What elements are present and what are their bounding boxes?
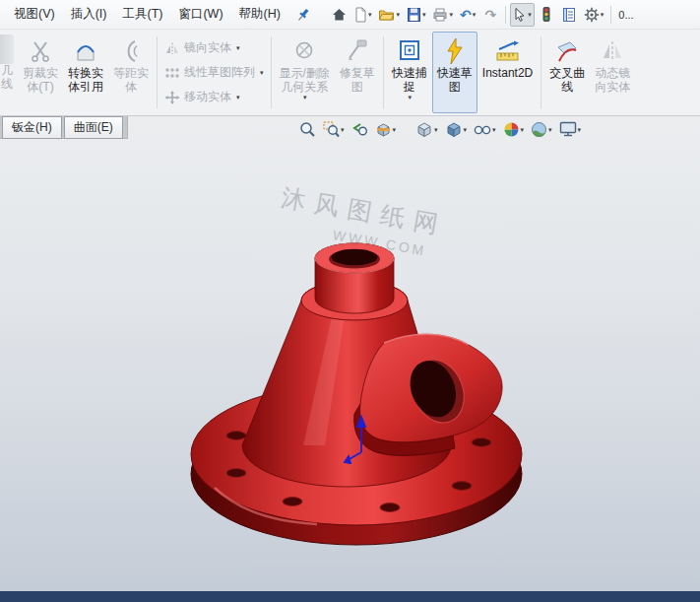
menu-window[interactable]: 窗口(W)	[170, 2, 230, 27]
menu-help[interactable]: 帮助(H)	[231, 2, 288, 27]
intersection-curve-button[interactable]: 交叉曲 线	[544, 32, 590, 113]
dropdown-caret-icon: ▾	[368, 11, 372, 18]
lightning-icon	[443, 35, 467, 67]
dropdown-caret-icon: ▾	[303, 94, 307, 100]
status-bar	[0, 591, 700, 602]
mirror-entities-icon	[164, 41, 180, 55]
menu-tools[interactable]: 工具(T)	[114, 2, 170, 27]
home-icon[interactable]	[328, 3, 350, 27]
linear-pattern-icon	[164, 66, 180, 80]
intersection-curve-icon	[555, 35, 579, 67]
model-3d[interactable]	[0, 116, 700, 591]
dropdown-caret-icon: ▾	[473, 11, 477, 18]
dynamic-mirror-icon	[601, 35, 624, 67]
new-document-icon[interactable]: ▾	[351, 3, 375, 27]
traffic-light-icon[interactable]	[536, 3, 557, 27]
repair-sketch-button[interactable]: 修复草 图	[335, 32, 380, 113]
pin-icon[interactable]	[292, 4, 314, 26]
dropdown-caret-icon: ▾	[409, 94, 413, 100]
offset-entities-icon	[120, 35, 142, 67]
dropdown-caret-icon: ▾	[260, 69, 264, 76]
display-delete-relations-button[interactable]: 显示/删除 几何关系 ▾	[275, 32, 335, 113]
menu-bar: 视图(V) 插入(I) 工具(T) 窗口(W) 帮助(H) ▾ ▾ ▾ ▾ ↶ …	[0, 0, 700, 30]
report-icon[interactable]	[558, 3, 580, 27]
clipped-icon	[0, 34, 14, 64]
sketch-pattern-group: 镜向实体 ▾ 线性草图阵列 ▾ 移动实体 ▾	[160, 32, 268, 113]
convert-entities-button[interactable]: 转换实 体引用	[63, 32, 108, 113]
gear-icon[interactable]: ▾	[581, 3, 607, 27]
relations-icon	[292, 35, 316, 67]
ribbon-separator	[383, 36, 384, 108]
move-entities-icon	[164, 91, 180, 104]
undo-icon[interactable]: ↶ ▾	[457, 3, 478, 27]
quick-snaps-icon	[398, 35, 421, 67]
open-icon[interactable]: ▾	[375, 3, 403, 27]
toolbar-overflow[interactable]: 0...	[615, 9, 636, 21]
rapid-sketch-button[interactable]: 快速草 图	[432, 32, 477, 113]
redo-icon[interactable]: ↷	[479, 3, 501, 27]
dropdown-caret-icon: ▾	[528, 11, 532, 18]
dropdown-caret-icon: ▾	[449, 11, 453, 18]
clipped-ribbon-button[interactable]: 几 线	[0, 32, 18, 113]
ribbon-toolbar: 几 线 剪裁实 体(T) 转换实 体引用 等距实 体 镜向实体 ▾ 线性草图阵列	[0, 30, 700, 116]
save-icon[interactable]: ▾	[404, 3, 429, 27]
scissors-icon	[30, 35, 51, 67]
dropdown-caret-icon: ▾	[601, 11, 605, 18]
dropdown-caret-icon: ▾	[396, 11, 400, 18]
convert-entities-icon	[74, 35, 97, 67]
instant2d-button[interactable]: Instant2D	[477, 32, 538, 113]
dropdown-caret-icon: ▾	[236, 94, 240, 100]
dropdown-caret-icon: ▾	[236, 44, 240, 51]
ribbon-separator	[157, 36, 158, 108]
quick-access-toolbar: ▾ ▾ ▾ ▾ ↶ ▾ ↷ ▾	[328, 3, 637, 27]
print-icon[interactable]: ▾	[429, 3, 456, 27]
repair-sketch-icon	[346, 35, 369, 67]
select-cursor-icon[interactable]: ▾	[510, 3, 535, 27]
dynamic-mirror-button[interactable]: 动态镜 向实体	[590, 32, 635, 113]
dropdown-caret-icon: ▾	[422, 11, 426, 18]
ribbon-separator	[271, 36, 272, 108]
instant2d-icon	[495, 35, 521, 67]
offset-entities-button[interactable]: 等距实 体	[108, 32, 154, 113]
toolbar-separator	[505, 6, 506, 24]
menu-insert[interactable]: 插入(I)	[63, 2, 115, 27]
mirror-entities-button[interactable]: 镜向实体 ▾	[164, 37, 264, 59]
linear-sketch-pattern-button[interactable]: 线性草图阵列 ▾	[164, 62, 264, 84]
menu-view[interactable]: 视图(V)	[6, 2, 63, 27]
move-entities-button[interactable]: 移动实体 ▾	[164, 87, 264, 108]
quick-snaps-button[interactable]: 快速捕 捉 ▾	[387, 32, 432, 113]
ribbon-separator	[541, 36, 541, 108]
graphics-area[interactable]: 钣金(H) 曲面(E) ▾ ▾ ▾ ▾ ▾	[0, 116, 700, 591]
trim-entities-button[interactable]: 剪裁实 体(T)	[18, 32, 63, 113]
toolbar-separator	[610, 6, 611, 24]
